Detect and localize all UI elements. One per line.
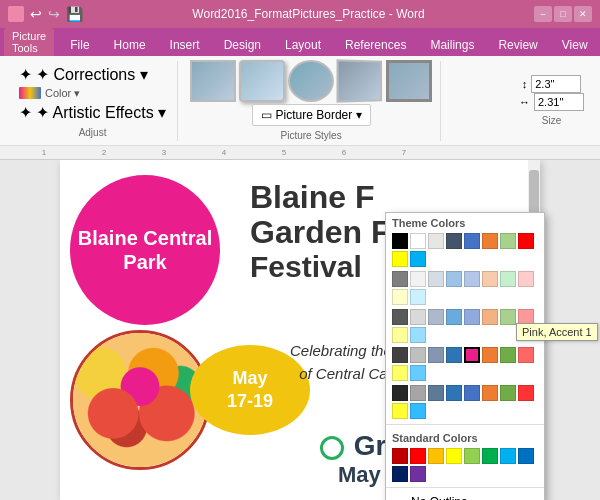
swatch-t5-3[interactable] — [428, 385, 444, 401]
swatch-t2-3[interactable] — [428, 271, 444, 287]
swatch-red[interactable] — [518, 233, 534, 249]
artistic-effects-btn[interactable]: ✦ ✦ Artistic Effects ▾ — [16, 102, 169, 123]
height-label: ↕ — [522, 78, 528, 90]
tab-insert[interactable]: Insert — [158, 34, 212, 56]
minimize-btn[interactable]: – — [534, 6, 552, 22]
style-thumb-1[interactable] — [190, 60, 236, 102]
ruler-mark-2: 2 — [74, 148, 134, 157]
style-thumb-5[interactable] — [386, 60, 432, 102]
swatch-dark-red[interactable] — [392, 448, 408, 464]
swatch-t3-5[interactable] — [464, 309, 480, 325]
swatch-t5-5[interactable] — [464, 385, 480, 401]
no-outline-item[interactable]: ▭ No Outline — [386, 491, 544, 500]
swatch-t3-1[interactable] — [392, 309, 408, 325]
swatch-t2-9[interactable] — [392, 289, 408, 305]
swatch-t5-9[interactable] — [392, 403, 408, 419]
swatch-t3-10[interactable] — [410, 327, 426, 343]
swatch-green[interactable] — [500, 233, 516, 249]
swatch-t2-5[interactable] — [464, 271, 480, 287]
style-thumb-3[interactable] — [288, 60, 334, 102]
swatch-std-light-green[interactable] — [464, 448, 480, 464]
swatch-t2-4[interactable] — [446, 271, 462, 287]
swatch-std-purple[interactable] — [410, 466, 426, 482]
swatch-std-dark-blue[interactable] — [392, 466, 408, 482]
swatch-t3-3[interactable] — [428, 309, 444, 325]
swatch-t3-6[interactable] — [482, 309, 498, 325]
swatch-t4-4[interactable] — [446, 347, 462, 363]
swatch-std-cyan[interactable] — [500, 448, 516, 464]
swatch-t5-10[interactable] — [410, 403, 426, 419]
swatch-t5-1[interactable] — [392, 385, 408, 401]
ruler-mark-6: 6 — [314, 148, 374, 157]
swatch-t3-7[interactable] — [500, 309, 516, 325]
tab-layout[interactable]: Layout — [273, 34, 333, 56]
swatch-tooltip: Pink, Accent 1 — [516, 323, 598, 341]
swatch-std-red[interactable] — [410, 448, 426, 464]
corrections-icon: ✦ — [19, 65, 32, 84]
picture-border-btn[interactable]: ▭ Picture Border ▾ — [252, 104, 371, 126]
swatch-t4-7[interactable] — [500, 347, 516, 363]
swatch-light-blue[interactable] — [410, 251, 426, 267]
swatch-t5-2[interactable] — [410, 385, 426, 401]
swatch-yellow[interactable] — [392, 251, 408, 267]
swatch-t4-3[interactable] — [428, 347, 444, 363]
save-btn[interactable]: 💾 — [66, 6, 83, 22]
height-field[interactable] — [531, 75, 581, 93]
swatch-t2-6[interactable] — [482, 271, 498, 287]
swatch-t2-2[interactable] — [410, 271, 426, 287]
swatch-t4-9[interactable] — [392, 365, 408, 381]
swatch-t3-4[interactable] — [446, 309, 462, 325]
swatch-dark-blue[interactable] — [446, 233, 462, 249]
swatch-t5-7[interactable] — [500, 385, 516, 401]
style-thumb-2[interactable] — [239, 60, 285, 102]
swatch-white[interactable] — [410, 233, 426, 249]
tab-review[interactable]: Review — [486, 34, 549, 56]
swatch-t5-6[interactable] — [482, 385, 498, 401]
swatch-t4-8[interactable] — [518, 347, 534, 363]
theme-swatches-row1 — [386, 231, 544, 269]
swatch-t3-2[interactable] — [410, 309, 426, 325]
swatch-t5-8[interactable] — [518, 385, 534, 401]
tab-references[interactable]: References — [333, 34, 418, 56]
swatch-t3-9[interactable] — [392, 327, 408, 343]
tab-design[interactable]: Design — [212, 34, 273, 56]
swatch-t4-10[interactable] — [410, 365, 426, 381]
divider-2 — [386, 487, 544, 488]
maximize-btn[interactable]: □ — [554, 6, 572, 22]
corrections-btn[interactable]: ✦ ✦ Corrections ▾ — [16, 64, 169, 85]
swatch-t4-2[interactable] — [410, 347, 426, 363]
swatch-t2-10[interactable] — [410, 289, 426, 305]
tab-mailings[interactable]: Mailings — [418, 34, 486, 56]
swatch-light-gray[interactable] — [428, 233, 444, 249]
swatch-t5-4[interactable] — [446, 385, 462, 401]
tab-view[interactable]: View — [550, 34, 600, 56]
swatch-orange[interactable] — [482, 233, 498, 249]
tab-file[interactable]: File — [58, 34, 101, 56]
swatch-t2-7[interactable] — [500, 271, 516, 287]
color-btn[interactable]: Color ▾ — [16, 86, 169, 101]
swatch-t4-1[interactable] — [392, 347, 408, 363]
swatch-std-green[interactable] — [482, 448, 498, 464]
swatch-blue[interactable] — [464, 233, 480, 249]
style-thumb-4[interactable] — [337, 59, 383, 102]
title-line1: Blaine F — [250, 180, 390, 215]
width-field[interactable] — [534, 93, 584, 111]
size-group: ↕ ↔ Size — [511, 61, 592, 141]
swatch-std-orange[interactable] — [428, 448, 444, 464]
swatch-pink-accent[interactable] — [464, 347, 480, 363]
undo-btn[interactable]: ↩ — [30, 6, 42, 22]
no-outline-icon: ▭ — [394, 495, 405, 500]
swatch-t4-6[interactable] — [482, 347, 498, 363]
swatch-t2-8[interactable] — [518, 271, 534, 287]
swatch-black[interactable] — [392, 233, 408, 249]
swatch-std-yellow[interactable] — [446, 448, 462, 464]
swatch-std-blue[interactable] — [518, 448, 534, 464]
tab-home[interactable]: Home — [102, 34, 158, 56]
redo-btn[interactable]: ↪ — [48, 6, 60, 22]
close-btn[interactable]: ✕ — [574, 6, 592, 22]
window-buttons: – □ ✕ — [534, 6, 592, 22]
swatch-t2-1[interactable] — [392, 271, 408, 287]
title-line3: Festival — [250, 250, 390, 283]
adjust-group: ✦ ✦ Corrections ▾ Color ▾ ✦ ✦ Artistic E… — [8, 61, 178, 141]
standard-swatches — [386, 446, 544, 484]
